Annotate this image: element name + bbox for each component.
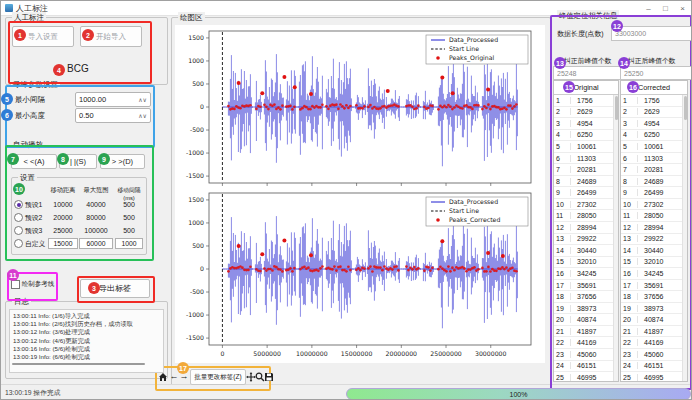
preset-row[interactable]: 自定义15000600001000 (14, 237, 144, 250)
log-hscrollbar[interactable] (12, 363, 145, 365)
svg-text:-1000: -1000 (186, 311, 204, 318)
table-row[interactable]: 1634245 (554, 268, 614, 280)
svg-text:Data_Processed: Data_Processed (449, 36, 498, 44)
corrected-peaks-table[interactable]: Corrected 117562262934954462505100616113… (620, 80, 688, 382)
badge-2: 2 (82, 29, 94, 41)
preset-row[interactable]: 预设22000080000500 (14, 211, 144, 224)
preset-input[interactable]: 1000 (115, 238, 143, 249)
table-row[interactable]: 824689 (554, 176, 614, 188)
table-row[interactable]: 2546995 (621, 372, 683, 381)
table-row[interactable]: 1735691 (554, 280, 614, 292)
maximize-button[interactable]: □ (657, 2, 674, 15)
table-row[interactable]: 611303 (554, 153, 614, 165)
table-row[interactable]: 2141897 (621, 326, 683, 338)
table-row[interactable]: 2040874 (554, 314, 614, 326)
table-row[interactable]: 824689 (621, 176, 683, 188)
svg-text:-500: -500 (190, 126, 204, 133)
log-line: 13:00:12 Info: (4/6)更新完成 (13, 337, 160, 345)
reference-line-checkbox[interactable] (11, 280, 20, 289)
table-row[interactable]: 1329922 (554, 234, 614, 246)
table-row[interactable]: 1837656 (554, 291, 614, 303)
table-row[interactable]: 2244169 (621, 337, 683, 349)
table-row[interactable]: 46250 (621, 130, 683, 142)
preset-row[interactable]: 预设325000100000500 (14, 224, 144, 237)
corrected-vscrollbar[interactable] (682, 95, 687, 381)
table-row[interactable]: 1430440 (621, 245, 683, 257)
badge-5: 5 (1, 93, 13, 105)
chart-canvas[interactable]: 150010005000-500-1000-1500Data_Processed… (175, 25, 545, 363)
table-row[interactable]: 1027302 (554, 199, 614, 211)
table-row[interactable]: 510061 (554, 141, 614, 153)
svg-text:Start Line: Start Line (449, 45, 479, 52)
svg-text:-1500: -1500 (186, 334, 204, 341)
table-row[interactable]: 2446151 (621, 361, 683, 373)
table-row[interactable]: 2345060 (554, 349, 614, 361)
batch-edit-labels-button[interactable]: 批量更改标签(Z) (190, 369, 246, 385)
table-row[interactable]: 926499 (621, 187, 683, 199)
table-row[interactable]: 1228994 (554, 222, 614, 234)
chart-figure[interactable]: 150010005000-500-1000-1500Data_Processed… (175, 25, 545, 363)
plot-area-title: 绘图区 (178, 12, 205, 23)
table-row[interactable]: 1430440 (554, 245, 614, 257)
table-row[interactable]: 34954 (621, 118, 683, 130)
table-row[interactable]: 1634245 (621, 268, 683, 280)
table-row[interactable]: 1938973 (554, 303, 614, 315)
preset-input[interactable]: 15000 (48, 238, 78, 249)
table-row[interactable]: 1735691 (621, 280, 683, 292)
table-row[interactable]: 22629 (554, 107, 614, 119)
preset-input[interactable]: 60000 (79, 238, 113, 249)
after-count-value: 25250 (624, 70, 643, 77)
original-peaks-table[interactable]: Original 1175622629349544625051006161130… (553, 80, 619, 382)
close-button[interactable]: × (674, 2, 691, 15)
preset-value: 100000 (78, 227, 114, 234)
table-row[interactable]: 611303 (621, 153, 683, 165)
table-row[interactable]: 1532010 (621, 257, 683, 269)
table-row[interactable]: 1228994 (621, 222, 683, 234)
table-row[interactable]: 720281 (621, 164, 683, 176)
table-row[interactable]: 34954 (554, 118, 614, 130)
preset-row[interactable]: 预设11000040000500 (14, 198, 144, 211)
table-row[interactable]: 1329922 (621, 234, 683, 246)
table-row[interactable]: 1128050 (554, 210, 614, 222)
table-row[interactable]: 1837656 (621, 291, 683, 303)
table-row[interactable]: 1128050 (621, 210, 683, 222)
peak-info-title: 峰值定位相关信息 (557, 10, 619, 21)
min-interval-label: 最小间隔 (15, 95, 45, 105)
table-row[interactable]: 1027302 (621, 199, 683, 211)
svg-text:25000000: 25000000 (430, 350, 462, 357)
table-row[interactable]: 2244169 (554, 337, 614, 349)
table-row[interactable]: 2446151 (554, 361, 614, 373)
table-row[interactable]: 2546995 (554, 372, 614, 381)
table-row[interactable]: 1532010 (554, 257, 614, 269)
save-icon[interactable] (264, 371, 274, 382)
back-icon[interactable]: ← (169, 371, 179, 382)
svg-text:10000000: 10000000 (296, 350, 328, 357)
table-row[interactable]: 11756 (621, 95, 683, 107)
table-row[interactable]: 2345060 (621, 349, 683, 361)
table-row[interactable]: 2141897 (554, 326, 614, 338)
home-icon[interactable] (158, 371, 168, 382)
min-interval-spinbox[interactable]: 1000.00 ∧∨ (75, 92, 151, 107)
minimize-button[interactable]: – (640, 2, 657, 15)
autoplay-settings-group: 设置 移动距离 最大范围 移动间隔(ms) 预设11000040000500预设… (11, 177, 147, 255)
svg-text:5000000: 5000000 (253, 350, 281, 357)
min-height-spinbox[interactable]: 0.50 ∧∨ (75, 108, 151, 123)
preset-radio[interactable] (14, 239, 23, 248)
table-row[interactable]: 1938973 (621, 303, 683, 315)
table-row[interactable]: 510061 (621, 141, 683, 153)
preset-radio[interactable] (14, 213, 23, 222)
autoplay-title: 自动播放 (11, 139, 45, 150)
reference-line-option[interactable]: 绘制参考线 (11, 280, 54, 289)
preset-value: 80000 (78, 214, 114, 221)
table-row[interactable]: 926499 (554, 187, 614, 199)
spinner-arrows-icon[interactable]: ∧∨ (138, 96, 147, 103)
preset-radio[interactable] (14, 200, 23, 209)
table-row[interactable]: 22629 (621, 107, 683, 119)
table-row[interactable]: 2040874 (621, 314, 683, 326)
table-row[interactable]: 11756 (554, 95, 614, 107)
preset-radio[interactable] (14, 226, 23, 235)
spinner-arrows-icon[interactable]: ∧∨ (138, 112, 147, 119)
original-vscrollbar[interactable] (613, 95, 618, 381)
table-row[interactable]: 46250 (554, 130, 614, 142)
table-row[interactable]: 720281 (554, 164, 614, 176)
